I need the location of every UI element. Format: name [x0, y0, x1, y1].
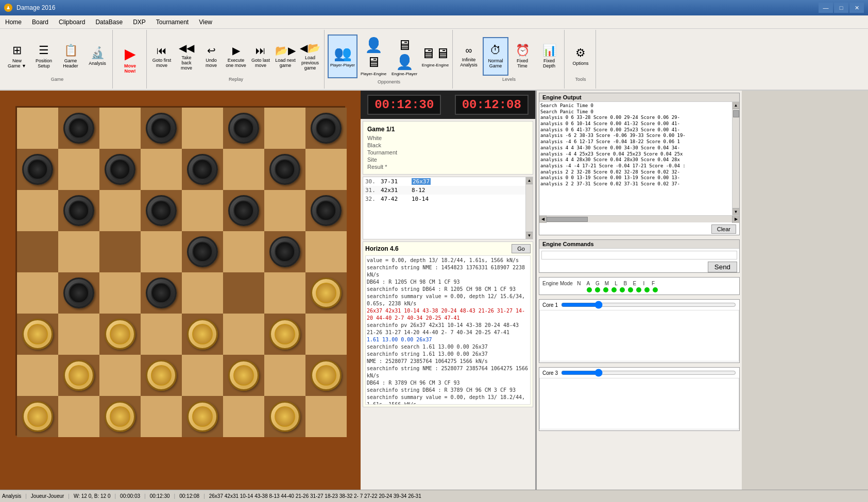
cell-6-3[interactable]: [141, 355, 182, 396]
cell-2-5[interactable]: [223, 190, 264, 231]
black-piece-1-4[interactable]: [187, 154, 218, 185]
black-piece-3-6[interactable]: [269, 236, 300, 267]
cell-7-2[interactable]: [99, 396, 141, 437]
minimize-button[interactable]: —: [819, 3, 833, 13]
out-hscroll-right[interactable]: ▶: [732, 216, 739, 223]
cell-6-7[interactable]: [305, 355, 347, 396]
white-piece-7-0[interactable]: [22, 401, 53, 432]
player-engine-button[interactable]: 👤🖥 Player-Engine: [359, 34, 388, 78]
cell-7-7[interactable]: [305, 396, 347, 437]
cell-3-4[interactable]: [182, 231, 223, 272]
analysis-button[interactable]: 🔬 Analysis: [84, 37, 110, 76]
cell-7-0[interactable]: [17, 396, 58, 437]
move-row-31[interactable]: 31. 42x31 8-12: [363, 186, 533, 195]
cell-5-1[interactable]: [58, 314, 99, 355]
load-next-button[interactable]: 📂▶ Load nextgame: [274, 37, 297, 76]
menu-database[interactable]: DataBase: [90, 16, 128, 28]
cell-1-4[interactable]: [182, 149, 223, 190]
cell-0-0[interactable]: [17, 108, 58, 149]
cell-6-6[interactable]: [264, 355, 305, 396]
engine-cmd-input[interactable]: [541, 251, 737, 259]
cell-2-2[interactable]: [99, 190, 141, 231]
execute-button[interactable]: ▶ Executeone move: [224, 37, 248, 76]
black-piece-2-3[interactable]: [146, 195, 177, 226]
close-button[interactable]: ✕: [849, 3, 864, 13]
go-button[interactable]: Go: [512, 244, 531, 253]
cell-7-4[interactable]: [182, 396, 223, 437]
cell-4-3[interactable]: [141, 272, 182, 314]
cell-7-6[interactable]: [264, 396, 305, 437]
cell-3-5[interactable]: [223, 231, 264, 272]
normal-game-button[interactable]: ⏱ NormalGame: [483, 37, 508, 76]
core1-textarea[interactable]: [539, 310, 739, 361]
move-black-30[interactable]: 26x37: [412, 178, 442, 185]
white-piece-7-4[interactable]: [187, 401, 218, 432]
white-piece-5-0[interactable]: [22, 319, 53, 350]
undo-button[interactable]: ↩ Undomove: [199, 37, 223, 76]
cell-0-1[interactable]: [58, 108, 99, 149]
cell-5-0[interactable]: [17, 314, 58, 355]
fixed-depth-button[interactable]: 📊 FixedDepth: [536, 37, 562, 76]
white-piece-7-6[interactable]: [269, 401, 300, 432]
cell-5-4[interactable]: [182, 314, 223, 355]
white-piece-6-1[interactable]: [63, 360, 94, 391]
out-hscroll-left[interactable]: ◀: [539, 216, 547, 223]
cell-1-2[interactable]: [99, 149, 141, 190]
white-piece-6-3[interactable]: [146, 360, 177, 391]
cell-4-4[interactable]: [182, 272, 223, 314]
infinite-analysis-button[interactable]: ∞ InfiniteAnalysis: [456, 37, 482, 76]
menu-board[interactable]: Board: [27, 16, 54, 28]
cell-2-7[interactable]: [305, 190, 347, 231]
cell-6-0[interactable]: [17, 355, 58, 396]
cell-6-1[interactable]: [58, 355, 99, 396]
cell-0-2[interactable]: [99, 108, 141, 149]
engine-player-button[interactable]: 🖥👤 Engine-Player: [389, 34, 419, 78]
cell-6-2[interactable]: [99, 355, 141, 396]
black-piece-2-1[interactable]: [63, 195, 94, 226]
cell-7-5[interactable]: [223, 396, 264, 437]
black-piece-4-1[interactable]: [63, 278, 94, 308]
cell-3-0[interactable]: [17, 231, 58, 272]
cell-2-1[interactable]: [58, 190, 99, 231]
cell-4-7[interactable]: [305, 272, 347, 314]
cell-3-6[interactable]: [264, 231, 305, 272]
cell-5-3[interactable]: [141, 314, 182, 355]
cell-1-1[interactable]: [58, 149, 99, 190]
cell-2-0[interactable]: [17, 190, 58, 231]
cell-4-0[interactable]: [17, 272, 58, 314]
black-piece-1-6[interactable]: [269, 154, 300, 185]
black-piece-0-3[interactable]: [146, 113, 177, 144]
cell-3-7[interactable]: [305, 231, 347, 272]
maximize-button[interactable]: □: [834, 3, 848, 13]
cell-5-6[interactable]: [264, 314, 305, 355]
cell-1-3[interactable]: [141, 149, 182, 190]
cell-1-7[interactable]: [305, 149, 347, 190]
core1-slider[interactable]: [561, 301, 736, 309]
white-piece-7-2[interactable]: [105, 401, 135, 432]
menu-home[interactable]: Home: [0, 16, 27, 28]
black-piece-1-0[interactable]: [22, 154, 53, 185]
cell-4-6[interactable]: [264, 272, 305, 314]
cell-6-5[interactable]: [223, 355, 264, 396]
cell-3-3[interactable]: [141, 231, 182, 272]
engine-output-area[interactable]: value = 0.00, depth 13/ 18.2/44, 1.61s, …: [365, 255, 531, 405]
black-piece-1-2[interactable]: [105, 154, 135, 185]
scroll-up-arrow[interactable]: ▲: [526, 177, 533, 184]
white-piece-5-2[interactable]: [105, 319, 135, 350]
move-now-button[interactable]: ▶ MoveNow!: [116, 40, 144, 79]
black-piece-2-7[interactable]: [311, 195, 342, 226]
cell-4-1[interactable]: [58, 272, 99, 314]
white-piece-4-7[interactable]: [311, 278, 342, 308]
out-scroll-up[interactable]: ▲: [733, 102, 739, 109]
new-game-button[interactable]: ⊞ NewGame ▼: [4, 37, 30, 76]
out-scroll-down[interactable]: ▼: [733, 208, 739, 215]
cell-0-4[interactable]: [182, 108, 223, 149]
cell-0-6[interactable]: [264, 108, 305, 149]
cell-7-3[interactable]: [141, 396, 182, 437]
black-piece-3-4[interactable]: [187, 236, 218, 267]
engine-out-area[interactable]: Search Panic Time 0 Search Panic Time 0 …: [539, 102, 739, 215]
take-back-button[interactable]: ◀◀ Take backmove: [175, 37, 198, 76]
goto-last-button[interactable]: ⏭ Goto lastmove: [249, 37, 273, 76]
move-row-30[interactable]: 30. 37-31 26x37: [363, 177, 533, 186]
cell-1-0[interactable]: [17, 149, 58, 190]
